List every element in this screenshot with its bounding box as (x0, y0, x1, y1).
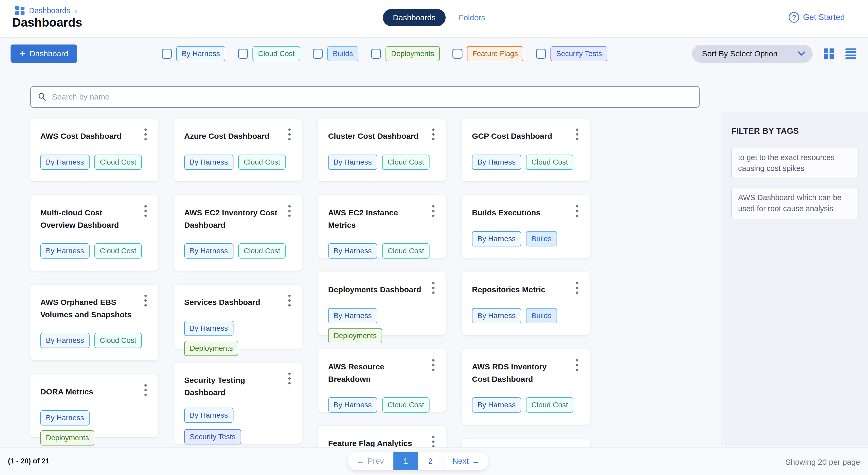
tag-by-harness[interactable]: By Harness (40, 410, 90, 426)
dashboard-card-aws-rds-inventory-cost-dashboard[interactable]: AWS RDS Inventory Cost DashboardBy Harne… (462, 349, 590, 425)
tag-cloud-cost[interactable]: Cloud Cost (94, 333, 142, 348)
tag-cloud-cost[interactable]: Cloud Cost (382, 243, 430, 259)
kebab-menu-icon[interactable] (283, 372, 295, 385)
tag-cloud-cost[interactable]: Cloud Cost (382, 397, 430, 413)
dashboard-card-services-dashboard[interactable]: Services DashboardBy HarnessDeployments (174, 285, 302, 349)
tag-by-harness[interactable]: By Harness (184, 321, 234, 336)
tag-by-harness[interactable]: By Harness (472, 397, 521, 413)
dashboard-card-deployments-dashboard[interactable]: Deployments DashboardBy HarnessDeploymen… (318, 272, 446, 335)
breadcrumb[interactable]: Dashboards › (15, 6, 77, 15)
list-view-icon[interactable] (845, 48, 857, 59)
dashboard-card-aws-orphaned-ebs-volumes-and-snapshots[interactable]: AWS Orphaned EBS Volumes and SnapshotsBy… (30, 285, 158, 360)
tag-by-harness[interactable]: By Harness (184, 243, 234, 259)
dashboard-card-security-testing-dashboard[interactable]: Security Testing DashboardBy HarnessSecu… (174, 363, 302, 444)
kebab-menu-icon[interactable] (571, 204, 583, 218)
kebab-menu-icon[interactable] (140, 204, 151, 218)
dashboard-card-dora-metrics[interactable]: DORA MetricsBy HarnessDeployments (30, 374, 158, 437)
kebab-menu-icon[interactable] (140, 383, 151, 397)
search-input[interactable] (51, 92, 692, 102)
tag-cloud-cost[interactable]: Cloud Cost (526, 397, 574, 413)
dashboard-card-repositories-metric[interactable]: Repositories MetricBy HarnessBuilds (462, 272, 590, 335)
checkbox-security-tests[interactable] (536, 49, 546, 59)
dashboard-card-gcp-cost-dashboard[interactable]: GCP Cost DashboardBy HarnessCloud Cost (462, 118, 590, 181)
kebab-menu-icon[interactable] (571, 281, 583, 295)
tag-cloud-cost[interactable]: Cloud Cost (382, 155, 430, 170)
dashboard-card-multi-cloud-cost-overview-dashboard[interactable]: Multi-cloud Cost Overview DashboardBy Ha… (30, 195, 158, 271)
tab-folders[interactable]: Folders (459, 13, 485, 22)
kebab-menu-icon[interactable] (427, 128, 439, 141)
tag-cloud-cost[interactable]: Cloud Cost (238, 243, 286, 259)
kebab-menu-icon[interactable] (427, 204, 439, 218)
kebab-menu-icon[interactable] (427, 358, 439, 372)
checkbox-deployments[interactable] (371, 49, 381, 59)
checkbox-by-harness[interactable] (162, 49, 172, 59)
grid-view-icon[interactable] (824, 48, 834, 59)
tag-cloud-cost[interactable]: Cloud Cost (94, 243, 142, 259)
tag-security-tests[interactable]: Security Tests (184, 429, 241, 444)
checkbox-builds[interactable] (313, 49, 323, 59)
dashboard-card-builds-executions[interactable]: Builds ExecutionsBy HarnessBuilds (462, 195, 590, 258)
breadcrumb-label[interactable]: Dashboards (29, 6, 70, 15)
sort-by-dropdown[interactable]: Sort By Select Option (692, 45, 813, 63)
kebab-menu-icon[interactable] (283, 204, 295, 218)
tag-cloud-cost[interactable]: Cloud Cost (94, 155, 142, 170)
tag-by-harness[interactable]: By Harness (472, 155, 521, 170)
tag-cloud-cost[interactable]: Cloud Cost (252, 46, 300, 61)
kebab-menu-icon[interactable] (571, 128, 583, 141)
tag-by-harness[interactable]: By Harness (40, 333, 90, 348)
tag-by-harness[interactable]: By Harness (328, 397, 377, 413)
card-tags: By HarnessCloud Cost (184, 243, 292, 259)
tag-builds[interactable]: Builds (526, 308, 557, 323)
kebab-menu-icon[interactable] (140, 294, 151, 308)
tag-by-harness[interactable]: By Harness (184, 155, 234, 170)
tag-by-harness[interactable]: By Harness (40, 243, 90, 259)
tag-by-harness[interactable]: By Harness (40, 155, 90, 170)
filter-item-builds: Builds (313, 46, 359, 61)
tag-builds[interactable]: Builds (327, 46, 359, 61)
arrow-left-icon: ← (356, 456, 365, 466)
tag-cloud-cost[interactable]: Cloud Cost (526, 155, 574, 170)
checkbox-cloud-cost[interactable] (238, 49, 248, 59)
kebab-menu-icon[interactable] (571, 358, 583, 372)
tab-dashboards[interactable]: Dashboards (383, 9, 445, 26)
tag-deployments[interactable]: Deployments (184, 341, 238, 356)
tag-deployments[interactable]: Deployments (328, 328, 382, 343)
filter-tag[interactable]: to get to the exact resources causing co… (731, 147, 859, 179)
kebab-menu-icon[interactable] (140, 128, 151, 141)
tag-builds[interactable]: Builds (526, 231, 557, 246)
dashboard-card-cluster-cost-dashboard[interactable]: Cluster Cost DashboardBy HarnessCloud Co… (318, 118, 446, 181)
kebab-menu-icon[interactable] (283, 294, 295, 308)
kebab-menu-icon[interactable] (427, 435, 439, 449)
tag-feature-flags[interactable]: Feature Flags (467, 46, 524, 61)
card-title: AWS EC2 Instance Metrics (328, 207, 436, 231)
page-button-2[interactable]: 2 (418, 452, 443, 470)
tag-by-harness[interactable]: By Harness (176, 46, 225, 61)
dashboard-card-aws-resource-breakdown[interactable]: AWS Resource BreakdownBy HarnessCloud Co… (318, 349, 446, 412)
card-tags: By HarnessDeployments (40, 410, 148, 445)
page-button-1[interactable]: 1 (394, 452, 418, 470)
get-started-link[interactable]: ? Get Started (789, 12, 845, 23)
new-dashboard-button[interactable]: + Dashboard (10, 44, 77, 63)
checkbox-feature-flags[interactable] (453, 49, 462, 59)
dashboard-card-azure-cost-dashboard[interactable]: Azure Cost DashboardBy HarnessCloud Cost (174, 118, 302, 181)
sort-group: Sort By Select Option (692, 45, 857, 63)
tag-by-harness[interactable]: By Harness (328, 243, 377, 259)
next-page-button[interactable]: Next → (443, 452, 489, 470)
tag-by-harness[interactable]: By Harness (184, 408, 234, 423)
tag-by-harness[interactable]: By Harness (472, 308, 521, 323)
tag-by-harness[interactable]: By Harness (328, 155, 377, 170)
filter-tag[interactable]: AWS Dashboard which can be used for root… (731, 187, 859, 219)
tag-deployments[interactable]: Deployments (385, 46, 439, 61)
tag-by-harness[interactable]: By Harness (472, 231, 521, 246)
tag-by-harness[interactable]: By Harness (328, 308, 377, 323)
dashboard-card-aws-ec2-inventory-cost-dashboard[interactable]: AWS EC2 Inventory Cost DashboardBy Harne… (174, 195, 302, 271)
card-title: AWS Orphaned EBS Volumes and Snapshots (40, 296, 148, 321)
tag-cloud-cost[interactable]: Cloud Cost (238, 155, 286, 170)
tag-deployments[interactable]: Deployments (40, 430, 94, 445)
dashboard-card-aws-ec2-instance-metrics[interactable]: AWS EC2 Instance MetricsBy HarnessCloud … (318, 195, 446, 258)
kebab-menu-icon[interactable] (427, 281, 439, 295)
prev-page-button[interactable]: ← Prev (347, 452, 394, 470)
dashboard-card-aws-cost-dashboard[interactable]: AWS Cost DashboardBy HarnessCloud Cost (30, 118, 158, 181)
kebab-menu-icon[interactable] (283, 128, 295, 141)
tag-security-tests[interactable]: Security Tests (551, 46, 608, 61)
